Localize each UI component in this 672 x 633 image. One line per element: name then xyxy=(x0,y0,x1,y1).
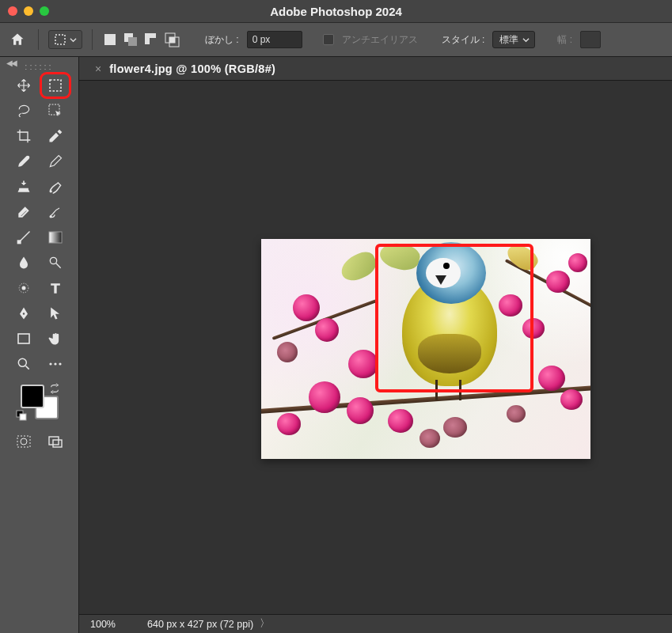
svg-rect-18 xyxy=(18,334,29,343)
dodge-tool[interactable] xyxy=(42,252,69,274)
art-history-tool[interactable] xyxy=(42,201,69,223)
document-tab-bar: × flower4.jpg @ 100% (RGB/8#) xyxy=(79,57,672,81)
maximize-window-button[interactable] xyxy=(40,6,49,16)
rectangle-shape-tool[interactable] xyxy=(10,328,37,350)
panel-grip[interactable]: :::::: xyxy=(25,62,53,71)
divider xyxy=(92,29,93,50)
window-title: Adobe Photoshop 2024 xyxy=(0,5,672,18)
selection-intersect-icon[interactable] xyxy=(164,32,180,47)
history-brush-tool[interactable] xyxy=(42,176,69,198)
type-tool[interactable] xyxy=(42,277,69,299)
document-tab[interactable]: × flower4.jpg @ 100% (RGB/8#) xyxy=(89,57,282,81)
width-input[interactable] xyxy=(580,31,601,48)
svg-rect-24 xyxy=(20,414,26,420)
svg-rect-1 xyxy=(104,34,116,45)
document-info[interactable]: 640 px x 427 px (72 ppi) xyxy=(147,619,253,630)
svg-rect-25 xyxy=(17,436,30,447)
minimize-window-button[interactable] xyxy=(24,6,33,16)
crop-tool[interactable] xyxy=(10,125,37,147)
antialias-checkbox[interactable] xyxy=(323,34,334,45)
more-tools[interactable] xyxy=(42,353,69,375)
width-label: 幅 : xyxy=(557,33,572,47)
brush-tool[interactable] xyxy=(10,150,37,172)
swap-colors-button[interactable] xyxy=(49,383,60,394)
pencil-tool[interactable] xyxy=(42,150,69,172)
foreground-color[interactable] xyxy=(21,385,44,408)
pen-tool[interactable] xyxy=(10,302,37,324)
gradient-source-tool[interactable] xyxy=(10,226,37,248)
move-tool[interactable] xyxy=(10,74,37,97)
style-select-value: 標準 xyxy=(499,33,518,47)
home-button[interactable] xyxy=(6,28,28,51)
style-select[interactable]: 標準 xyxy=(492,31,535,48)
window-titlebar: Adobe Photoshop 2024 xyxy=(0,0,672,22)
canvas-viewport[interactable] xyxy=(79,81,672,614)
marquee-tool[interactable] xyxy=(42,74,69,97)
svg-point-12 xyxy=(49,215,51,218)
svg-rect-9 xyxy=(50,80,61,91)
svg-rect-14 xyxy=(49,232,62,243)
default-colors-button[interactable] xyxy=(16,410,27,421)
zoom-level[interactable]: 100% xyxy=(90,619,116,630)
svg-point-26 xyxy=(21,438,27,445)
color-swatches xyxy=(21,385,59,419)
svg-rect-5 xyxy=(150,38,158,46)
eraser-tool[interactable] xyxy=(10,201,37,223)
status-bar: 100% 640 px x 427 px (72 ppi) 〉 xyxy=(79,614,672,633)
chevron-down-icon xyxy=(70,36,77,44)
chevron-right-icon[interactable]: 〉 xyxy=(260,617,270,631)
svg-point-20 xyxy=(49,362,51,365)
close-window-button[interactable] xyxy=(8,6,17,16)
path-select-tool[interactable] xyxy=(42,302,69,324)
selection-new-icon[interactable] xyxy=(102,32,118,47)
feather-input[interactable] xyxy=(247,31,302,48)
lasso-tool[interactable] xyxy=(10,100,37,122)
screen-mode-tool[interactable] xyxy=(42,430,69,453)
current-tool-dropdown[interactable] xyxy=(48,30,82,49)
svg-rect-27 xyxy=(49,437,59,445)
antialias-label: アンチエイリアス xyxy=(342,33,418,47)
style-label: スタイル : xyxy=(442,33,485,47)
divider xyxy=(38,29,39,50)
bird-illustration xyxy=(380,247,522,405)
blur-tool[interactable] xyxy=(10,252,37,274)
selection-mode-group xyxy=(102,32,180,47)
selection-subtract-icon[interactable] xyxy=(143,32,159,47)
svg-point-22 xyxy=(59,362,61,365)
chevron-down-icon xyxy=(522,36,530,44)
smudge-tool[interactable] xyxy=(10,277,37,299)
window-controls xyxy=(8,6,49,16)
selection-add-icon[interactable] xyxy=(123,32,139,47)
svg-rect-13 xyxy=(17,240,21,244)
svg-point-21 xyxy=(54,362,56,365)
svg-rect-3 xyxy=(128,37,137,46)
eyedropper-tool[interactable] xyxy=(42,125,69,147)
svg-point-17 xyxy=(21,286,25,290)
svg-point-11 xyxy=(49,190,51,192)
svg-rect-8 xyxy=(169,37,175,43)
svg-point-15 xyxy=(50,257,56,263)
svg-rect-28 xyxy=(53,440,62,447)
quick-mask-tool[interactable] xyxy=(10,430,37,453)
svg-point-19 xyxy=(18,358,26,366)
option-bar: ぼかし : アンチエイリアス スタイル : 標準 幅 : xyxy=(0,22,672,57)
document-tab-label: flower4.jpg @ 100% (RGB/8#) xyxy=(109,63,275,75)
collapse-panel-button[interactable]: ◀◀ xyxy=(6,59,16,67)
gradient-tool[interactable] xyxy=(42,226,69,248)
feather-label: ぼかし : xyxy=(205,33,239,47)
tool-panel: ◀◀ :::::: xyxy=(0,57,79,633)
quick-select-tool[interactable] xyxy=(42,100,69,122)
hand-tool[interactable] xyxy=(42,328,69,350)
zoom-tool[interactable] xyxy=(10,353,37,375)
clone-stamp-tool[interactable] xyxy=(10,176,37,198)
svg-rect-0 xyxy=(55,35,65,44)
close-tab-button[interactable]: × xyxy=(95,63,101,75)
canvas-image xyxy=(261,239,590,459)
